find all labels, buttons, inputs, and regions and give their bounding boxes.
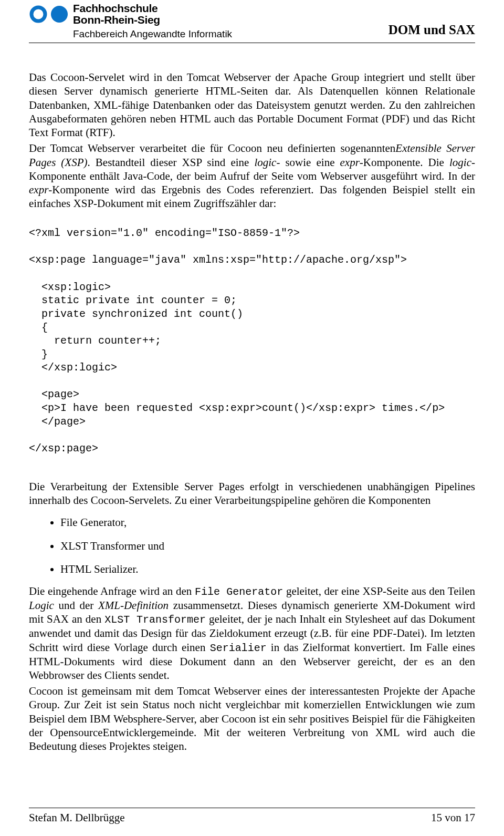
code-xsp-close: </xsp:page>	[29, 442, 475, 456]
footer-page-number: 15 von 17	[431, 811, 475, 824]
code-xml-decl: <?xml version="1.0" encoding="ISO-8859-1…	[29, 226, 475, 240]
page-footer: Stefan M. Dellbrügge 15 von 17	[29, 808, 475, 824]
footer-author: Stefan M. Dellbrügge	[29, 811, 125, 824]
component-list: File Generator, XLST Transformer und HTM…	[29, 515, 475, 576]
paragraph-2: Der Tomcat Webserver verarbeitet die für…	[29, 141, 475, 210]
list-item: XLST Transformer und	[60, 539, 475, 553]
paragraph-5: Cocoon ist gemeinsam mit dem Tomcat Webs…	[29, 684, 475, 753]
university-logo-icon	[29, 3, 69, 24]
page-header: Fachhochschule Bonn-Rhein-Sieg Fachberei…	[29, 0, 475, 43]
header-left: Fachhochschule Bonn-Rhein-Sieg Fachberei…	[29, 3, 232, 39]
paragraph-3: Die Verarbeitung der Extensible Server P…	[29, 480, 475, 508]
department-name: Fachbereich Angewandte Informatik	[73, 29, 232, 39]
list-item: HTML Serializer.	[60, 562, 475, 576]
university-name-line2: Bonn-Rhein-Sieg	[73, 14, 232, 26]
paragraph-1: Das Cocoon-Servelet wird in den Tomcat W…	[29, 70, 475, 139]
svg-point-1	[51, 6, 68, 23]
paragraph-4: Die eingehende Anfrage wird an den File …	[29, 584, 475, 682]
university-name-line1: Fachhochschule	[73, 3, 232, 14]
code-block: <xsp:logic> static private int counter =…	[29, 281, 475, 429]
running-title: DOM und SAX	[388, 23, 475, 39]
code-xsp-open: <xsp:page language="java" xmlns:xsp="htt…	[29, 253, 475, 267]
svg-point-0	[32, 7, 45, 21]
list-item: File Generator,	[60, 515, 475, 529]
